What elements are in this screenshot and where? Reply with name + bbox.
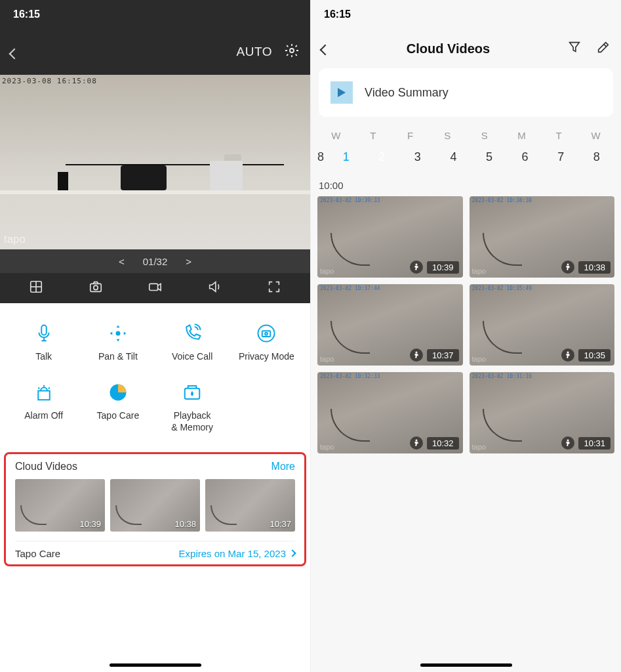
tapo-watermark: tapo (320, 355, 334, 363)
page-title: Cloud Videos (407, 41, 490, 56)
tapo-care-row[interactable]: Tapo Care Expires on Mar 15, 2023 (15, 541, 295, 559)
cloud-videos-title: Cloud Videos (15, 461, 77, 472)
clip-section: 10:00 2023-03-02 10:39:33 tapo 10:39 202… (311, 176, 621, 453)
cal-date[interactable]: 7 (543, 150, 579, 164)
video-summary-label: Video Summary (365, 86, 449, 100)
cal-date[interactable]: 8 (578, 150, 614, 164)
status-time: 16:15 (324, 9, 351, 20)
play-icon (331, 81, 353, 104)
clip-time: 10:31 (578, 437, 611, 450)
clip-timestamp: 2023-03-02 10:32:33 (320, 373, 380, 379)
record-icon[interactable] (148, 280, 162, 297)
pan-tilt-button[interactable]: Pan & Tilt (81, 323, 155, 362)
cloud-videos-screen: 16:15 Cloud Videos Video Summary W (311, 0, 621, 672)
cal-day: M (503, 130, 540, 141)
motion-icon (561, 261, 574, 274)
video-summary-card[interactable]: Video Summary (319, 68, 613, 117)
back-button[interactable] (10, 42, 18, 62)
video-clip[interactable]: 2023-03-02 10:38:38 tapo 10:38 (470, 196, 615, 278)
thumb-time: 10:38 (174, 519, 196, 529)
alarm-label: Alarm Off (24, 410, 63, 421)
night-mode-auto[interactable]: AUTO (237, 45, 272, 59)
video-clip[interactable]: 2023-03-02 10:37:44 tapo 10:37 (317, 284, 463, 366)
status-bar: 16:15 (0, 0, 310, 29)
video-clip[interactable]: 2023-03-02 10:35:49 tapo 10:35 (470, 284, 615, 366)
cloud-thumb[interactable]: 10:38 (110, 479, 200, 532)
cal-date[interactable]: 5 (471, 150, 508, 164)
clip-time: 10:32 (427, 437, 459, 450)
volume-icon[interactable] (207, 280, 222, 297)
video-clip[interactable]: 2023-03-02 10:39:33 tapo 10:39 (317, 196, 463, 278)
clip-grid: 2023-03-02 10:39:33 tapo 10:39 2023-03-0… (317, 196, 614, 453)
cloud-videos-more[interactable]: More (271, 461, 295, 472)
alarm-button[interactable]: Alarm Off (7, 382, 81, 433)
cal-date[interactable]: 4 (435, 150, 471, 164)
voice-call-button[interactable]: Voice Call (155, 323, 230, 362)
cal-date[interactable]: 8 (317, 150, 328, 164)
clip-timestamp: 2023-03-02 10:39:33 (320, 198, 380, 203)
tapo-care-label: Tapo Care (97, 410, 140, 421)
cal-day: S (466, 130, 504, 141)
tapo-care-button[interactable]: Tapo Care (81, 382, 155, 433)
pager-prev[interactable]: < (119, 256, 125, 267)
video-toolbar (0, 273, 310, 303)
action-grid: Talk Pan & Tilt Voice Call Privacy Mode … (0, 303, 310, 444)
video-clip[interactable]: 2023-03-02 10:32:33 tapo 10:32 (317, 372, 463, 453)
motion-icon (410, 348, 423, 362)
live-video-feed[interactable]: 2023-03-08 16:15:08 tapo (0, 75, 310, 249)
motion-icon (561, 436, 574, 450)
clip-time: 10:35 (578, 349, 611, 362)
svg-point-35 (415, 440, 417, 442)
clip-timestamp: 2023-03-02 10:38:38 (472, 198, 532, 203)
clip-time: 10:39 (427, 261, 459, 274)
status-bar: 16:15 (311, 0, 621, 29)
cloud-header: Cloud Videos (311, 29, 621, 68)
back-button[interactable] (321, 39, 329, 58)
status-icons (600, 9, 608, 20)
cloud-videos-card: Cloud Videos More 10:39 10:38 10:37 Tapo… (4, 452, 306, 566)
svg-point-34 (567, 352, 569, 354)
video-clip[interactable]: 2023-03-02 10:31:16 tapo 10:31 (470, 372, 615, 453)
svg-point-36 (567, 440, 569, 442)
settings-icon[interactable] (284, 43, 300, 61)
cloud-thumb[interactable]: 10:37 (205, 479, 295, 532)
cal-date[interactable]: 1 (328, 150, 364, 164)
tapo-care-expiry: Expires on Mar 15, 2023 (179, 548, 295, 559)
cal-date-active[interactable]: 2 (364, 150, 400, 164)
svg-point-32 (567, 264, 569, 266)
tapo-watermark: tapo (4, 234, 26, 245)
tapo-watermark: tapo (472, 355, 486, 363)
camera-pager: < 01/32 > (0, 249, 310, 273)
talk-button[interactable]: Talk (7, 323, 81, 362)
clip-timestamp: 2023-03-02 10:31:16 (472, 373, 532, 379)
pager-next[interactable]: > (186, 256, 191, 267)
snapshot-icon[interactable] (89, 280, 103, 297)
cloud-thumb[interactable]: 10:39 (15, 479, 105, 532)
svg-point-8 (290, 49, 294, 52)
voice-call-label: Voice Call (172, 350, 212, 362)
svg-rect-15 (41, 326, 47, 335)
camera-header: AUTO (0, 29, 310, 75)
privacy-mode-label: Privacy Mode (239, 350, 294, 362)
svg-rect-18 (262, 331, 271, 337)
home-indicator[interactable] (420, 663, 512, 667)
motion-icon (410, 261, 423, 274)
cal-day: F (391, 130, 429, 141)
multiview-icon[interactable] (29, 280, 43, 297)
privacy-mode-button[interactable]: Privacy Mode (230, 323, 304, 362)
cal-date[interactable]: 3 (400, 150, 436, 164)
svg-point-31 (415, 264, 417, 266)
motion-icon (561, 348, 574, 362)
fullscreen-icon[interactable] (267, 280, 281, 297)
cal-date[interactable]: 6 (507, 150, 543, 164)
tapo-watermark: tapo (320, 267, 334, 275)
playback-button[interactable]: Playback & Memory (155, 382, 230, 433)
filter-icon[interactable] (567, 40, 582, 57)
svg-rect-20 (38, 391, 50, 400)
status-icons (289, 9, 297, 20)
cloud-thumbs-row: 10:39 10:38 10:37 (15, 479, 295, 532)
svg-point-16 (116, 332, 119, 335)
edit-icon[interactable] (596, 40, 611, 57)
home-indicator[interactable] (110, 663, 201, 667)
calendar: W T F S S M T W 8 1 2 3 4 5 6 7 8 (311, 123, 621, 176)
